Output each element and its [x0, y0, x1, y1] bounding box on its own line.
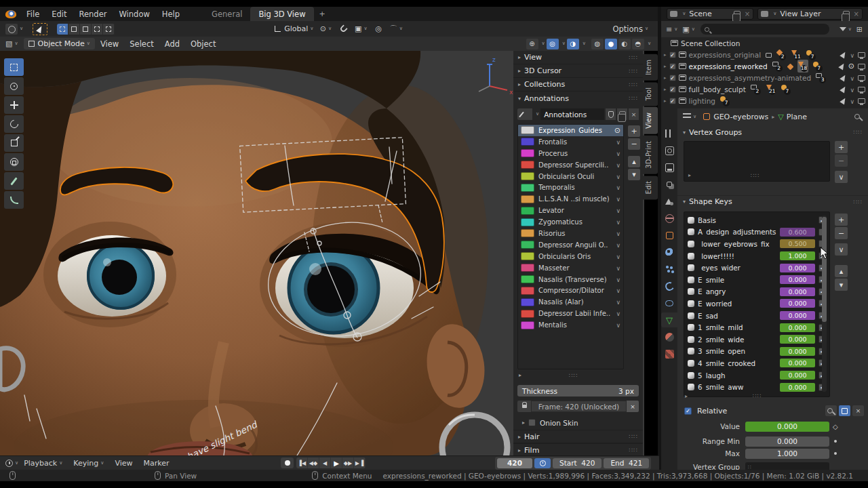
- search-input[interactable]: [701, 24, 829, 35]
- annotation-layer-row[interactable]: Procerus: [518, 148, 623, 159]
- scrollbar-thumb[interactable]: [822, 217, 827, 322]
- shape-key-row[interactable]: _eyes_wider 0.000: [684, 262, 829, 274]
- layer-visibility-icon[interactable]: [616, 161, 620, 169]
- shape-key-value-slider[interactable]: 0.000: [780, 275, 815, 284]
- timeline-editor-icon[interactable]: [5, 460, 13, 467]
- start-frame-field[interactable]: Start 420: [553, 458, 601, 468]
- select-mode-extend[interactable]: [68, 24, 80, 35]
- layer-visibility-icon[interactable]: [616, 252, 620, 261]
- layer-color-swatch[interactable]: [521, 275, 534, 283]
- layer-color-swatch[interactable]: [521, 149, 534, 157]
- expand-arrow-icon[interactable]: ▸: [522, 420, 525, 426]
- collection-checkbox[interactable]: [669, 63, 676, 70]
- panel-section-collapsed[interactable]: ▸ Hair∷∷: [513, 430, 643, 443]
- layer-visibility-icon[interactable]: [614, 126, 620, 135]
- shading-solid-button[interactable]: ●: [605, 39, 617, 49]
- proportional-editing-toggle[interactable]: ◎: [373, 24, 384, 34]
- object-data[interactable]: [661, 312, 677, 327]
- drag-grip-icon[interactable]: ∷∷: [854, 129, 863, 136]
- jump-to-start-button[interactable]: ▐◀: [296, 458, 308, 468]
- layer-color-swatch[interactable]: [521, 138, 534, 146]
- vertex-groups-list[interactable]: ▸ ∷∷: [684, 141, 830, 182]
- previous-keyframe-button[interactable]: ◀◆: [308, 458, 319, 468]
- layer-color-swatch[interactable]: [521, 195, 534, 203]
- onion-skin-checkbox[interactable]: [528, 419, 536, 426]
- pivot-point-dropdown[interactable]: ⊙∨: [320, 24, 331, 34]
- annotation-layer-row[interactable]: Orbicularis Oculi: [518, 171, 623, 182]
- shape-key-row[interactable]: 4_smile_crooked 0.000: [684, 357, 829, 369]
- panel-section-collapsed[interactable]: ▸ View∷∷: [513, 51, 643, 64]
- close-icon[interactable]: ×: [854, 10, 859, 18]
- jump-to-end-button[interactable]: ▶▐: [354, 458, 366, 468]
- layer-visibility-icon[interactable]: [616, 172, 620, 181]
- falloff-curve-dropdown[interactable]: ⌒∨: [391, 24, 401, 34]
- viewport-menu[interactable]: Add: [159, 39, 185, 49]
- texture[interactable]: [661, 346, 677, 361]
- layer-color-swatch[interactable]: [521, 241, 534, 249]
- collection-checkbox[interactable]: [669, 98, 676, 104]
- constraints[interactable]: [661, 296, 677, 310]
- layer-color-swatch[interactable]: [521, 264, 534, 272]
- object[interactable]: [661, 228, 677, 243]
- clear-frame-button[interactable]: ×: [627, 401, 639, 412]
- panel-section-collapsed[interactable]: ▸ 3D Cursor∷∷: [513, 64, 643, 78]
- move-shape-key-up-button[interactable]: ▴: [835, 265, 848, 277]
- layer-color-swatch[interactable]: [521, 298, 534, 306]
- particles[interactable]: [661, 262, 677, 277]
- move[interactable]: [4, 96, 24, 114]
- shading-material-button[interactable]: ◐: [618, 39, 631, 49]
- next-keyframe-button[interactable]: ◆▶: [342, 458, 354, 468]
- shape-key-row[interactable]: 2_smile_wide 0.000: [684, 333, 829, 346]
- layer-visibility-icon[interactable]: [616, 264, 620, 272]
- layer-visibility-icon[interactable]: [616, 241, 620, 249]
- outliner-collection-row[interactable]: ▸ expressions_asymmetry-animated 3: [661, 72, 868, 83]
- layer-color-swatch[interactable]: [521, 184, 534, 192]
- drag-grip-icon[interactable]: ∷∷: [629, 447, 638, 453]
- current-frame-field[interactable]: 420: [497, 458, 532, 468]
- active-tool-indicator[interactable]: [33, 23, 47, 35]
- select-mode-new[interactable]: [57, 24, 68, 35]
- shape-keys-section[interactable]: ▾ Shape Keys∷∷: [677, 195, 868, 207]
- pin-icon[interactable]: [854, 114, 860, 119]
- timeline-menu[interactable]: View∨: [109, 459, 138, 468]
- scrollbar[interactable]: [822, 216, 827, 392]
- value-slider[interactable]: 0.000: [745, 422, 829, 432]
- sidebar-tab[interactable]: Item: [643, 54, 658, 81]
- annotation-layer-row[interactable]: Masseter: [518, 262, 623, 274]
- shape-key-value-slider[interactable]: 0.000: [780, 299, 815, 308]
- shape-key-row[interactable]: 6_smile_aww 0.000: [684, 381, 829, 393]
- shape-key-value-slider[interactable]: 0.000: [780, 371, 815, 380]
- annotation-layer-row[interactable]: Depressor Anguli O..: [518, 239, 623, 251]
- filter-dropdown[interactable]: ∨: [840, 27, 852, 32]
- overlays-dropdown[interactable]: ◎: [547, 39, 559, 49]
- tool[interactable]: [661, 126, 677, 141]
- shape-key-specials-button[interactable]: ∨: [835, 243, 848, 256]
- shading-rendered-button[interactable]: ◓: [632, 39, 644, 49]
- selectable-icon[interactable]: [838, 62, 846, 70]
- shape-key-row[interactable]: E_angry 0.000: [684, 286, 829, 298]
- topbar-menu[interactable]: Help: [156, 9, 186, 19]
- layer-color-swatch[interactable]: [521, 207, 534, 215]
- expand-arrow-icon[interactable]: ▸: [664, 75, 667, 81]
- layer-color-swatch[interactable]: [521, 310, 534, 318]
- viewport-menu[interactable]: View: [95, 39, 124, 49]
- panel-section-annotations[interactable]: ▾ Annotations∷∷: [513, 92, 643, 105]
- shape-key-value-slider[interactable]: 0.000: [780, 264, 815, 272]
- layer-color-swatch[interactable]: [521, 321, 534, 329]
- animate-dot-icon[interactable]: [834, 452, 837, 455]
- copy-datablock-button[interactable]: [617, 108, 627, 120]
- breadcrumb-data[interactable]: Plane: [787, 113, 807, 121]
- fake-user-button[interactable]: [606, 108, 616, 120]
- shape-key-value-slider[interactable]: 0.000: [780, 287, 815, 296]
- annotation-layer-row[interactable]: Nasalis (Transverse): [518, 274, 623, 285]
- select-mode-intersect[interactable]: [103, 24, 115, 35]
- annotate[interactable]: [4, 172, 24, 190]
- workspace-tab[interactable]: Big 3D View: [250, 7, 313, 21]
- mode-dropdown[interactable]: Object Mode ∨: [24, 38, 95, 49]
- collection-checkbox[interactable]: [669, 86, 676, 93]
- selectable-icon[interactable]: [840, 85, 848, 94]
- editor-type-button[interactable]: ∨: [683, 113, 696, 120]
- workspace-tab[interactable]: General: [203, 7, 250, 21]
- annotation-layer-row[interactable]: Expression_Guides: [518, 125, 623, 136]
- annotation-layer-row[interactable]: L.L.S.A.N ..si muscle): [518, 193, 623, 205]
